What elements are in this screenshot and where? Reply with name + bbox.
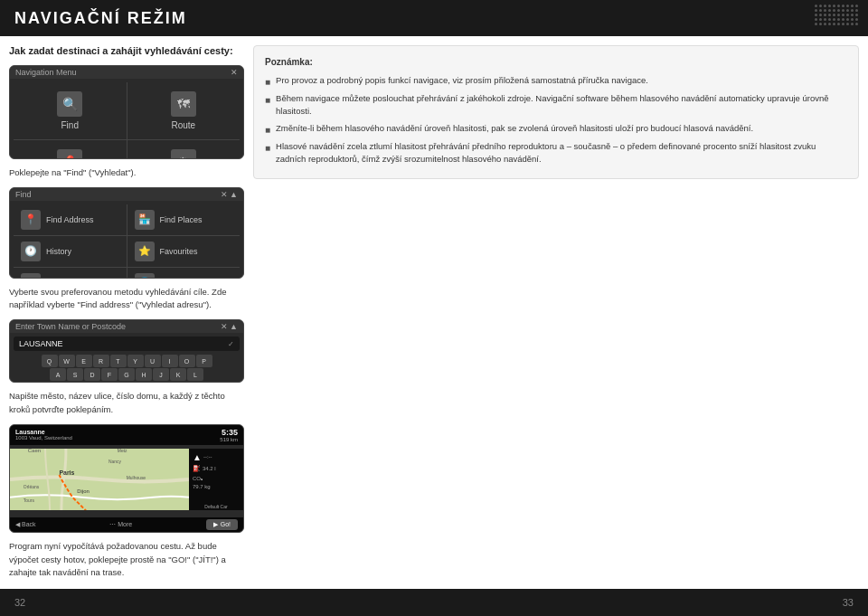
- find-title-bar: Find ✕ ▲: [10, 188, 243, 201]
- key-e[interactable]: E: [76, 355, 92, 367]
- key-o[interactable]: O: [179, 355, 195, 367]
- nav-cell-route[interactable]: 🗺 Route: [127, 82, 241, 139]
- key-g[interactable]: G: [118, 368, 135, 381]
- history-icon: 🕐: [21, 242, 41, 261]
- find-menu-controls: ✕ ▲: [221, 190, 238, 199]
- map-back-button[interactable]: ◀ Back: [15, 521, 36, 528]
- coordinate-icon: 🌐: [135, 273, 155, 279]
- key-q[interactable]: Q: [42, 355, 58, 367]
- note-item-2: ■ Během navigace můžete poslouchat přehr…: [265, 92, 847, 118]
- key-s[interactable]: S: [67, 368, 83, 381]
- note-box: Poznámka: ■ Pro provoz a podrobný popis …: [253, 45, 859, 179]
- find-places-icon: 🏪: [135, 210, 155, 230]
- map-detail-co2: CO₂: [193, 475, 240, 481]
- map-address-block: Lausanne 1003 Vaud, Switzerland: [15, 429, 72, 441]
- keyboard-row-1: Q W E R T Y U I O P: [14, 355, 240, 367]
- history-label: History: [46, 247, 71, 256]
- header-decoration: [815, 5, 859, 26]
- page-header: NAVIGAČNÍ REŽIM: [0, 0, 868, 36]
- keyboard-title: Enter Town Name or Postcode: [15, 322, 126, 331]
- favourites-label: Favourites: [160, 247, 198, 256]
- map-detail-arrows: ▲ --:--: [193, 452, 240, 462]
- find-coordinate-cell[interactable]: 🌐 Coordinate: [127, 268, 241, 279]
- key-d[interactable]: D: [84, 368, 100, 381]
- svg-text:Orléans: Orléans: [24, 485, 40, 489]
- find-on-map-icon: 🗺: [21, 273, 41, 279]
- keyboard-row-2: A S D F G H J K L: [14, 368, 240, 381]
- nav-cell-showmap[interactable]: 📍 Show Map: [14, 140, 127, 159]
- note-text-4: Hlasové navádění zcela ztlumí hlasitost …: [276, 140, 847, 166]
- nav-find-label: Find: [61, 120, 79, 130]
- map-detail-panel: ▲ --:-- ⛽ 34.2 l CO₂ 79.7 kg Default Car: [189, 449, 243, 510]
- key-x[interactable]: X: [42, 382, 59, 383]
- key-u[interactable]: U: [145, 355, 161, 367]
- key-l[interactable]: L: [187, 368, 203, 381]
- map-fuel: 34.2 l: [203, 466, 216, 471]
- main-content: Jak zadat destinaci a zahájit vyhledáván…: [0, 36, 868, 589]
- note-bullet-1: ■: [265, 75, 270, 89]
- find-places-cell[interactable]: 🏪 Find Places: [127, 204, 241, 235]
- map-visual: Caen Paris Metz Nancy Orléans Tours Dijo…: [10, 449, 189, 510]
- find-menu-screenshot: Find ✕ ▲ 📍 Find Address 🏪 Find Places 🕐 …: [9, 187, 244, 279]
- route-icon: 🗺: [171, 91, 196, 117]
- page-number-left: 32: [14, 597, 25, 608]
- map-bottom-bar: ◀ Back ⋯ More ▶ Go!: [10, 517, 243, 532]
- map-distance: 519 km: [220, 437, 238, 442]
- map-go-button[interactable]: ▶ Go!: [206, 519, 238, 530]
- svg-text:Metz: Metz: [118, 449, 127, 453]
- nav-cell-find[interactable]: 🔍 Find: [14, 82, 127, 139]
- key-b[interactable]: B: [149, 382, 165, 383]
- svg-text:Tours: Tours: [24, 498, 35, 503]
- svg-text:Dijon: Dijon: [77, 488, 90, 494]
- note-title: Poznámka:: [265, 55, 847, 69]
- keyboard-rows: Q W E R T Y U I O P A S D F G H: [14, 355, 240, 383]
- settings-icon: ⚙: [171, 149, 196, 159]
- note-bullet-3: ■: [265, 123, 270, 137]
- map-city: Lausanne: [15, 429, 72, 435]
- keyboard-controls: ✕ ▲: [221, 322, 238, 331]
- nav-title-bar: Navigation Menu ✕: [10, 66, 243, 79]
- key-n[interactable]: N: [166, 382, 183, 383]
- right-column: Poznámka: ■ Pro provoz a podrobný popis …: [253, 45, 859, 580]
- map-more-button[interactable]: ⋯ More: [109, 521, 132, 528]
- key-k[interactable]: K: [170, 368, 186, 381]
- svg-text:Caen: Caen: [28, 449, 41, 453]
- note-bullet-4: ■: [265, 141, 270, 155]
- map-detail-weight: 79.7 kg: [193, 484, 240, 489]
- nav-cell-settings[interactable]: ⚙ Settings: [127, 140, 241, 159]
- key-c[interactable]: C: [60, 382, 76, 383]
- svg-text:Paris: Paris: [59, 469, 74, 476]
- find-menu-grid: 📍 Find Address 🏪 Find Places 🕐 History ⭐…: [14, 204, 240, 279]
- find-history-cell[interactable]: 🕐 History: [14, 236, 127, 267]
- find-on-map-cell[interactable]: 🗺 Find on Map: [14, 268, 127, 279]
- key-r[interactable]: R: [93, 355, 109, 367]
- key-p[interactable]: P: [196, 355, 212, 367]
- nav-menu-screenshot: Navigation Menu ✕ 🔍 Find 🗺 Route 📍 Show …: [9, 65, 244, 159]
- key-a[interactable]: A: [50, 368, 66, 381]
- keyboard-title-bar: Enter Town Name or Postcode ✕ ▲: [10, 320, 243, 333]
- find-address-cell[interactable]: 📍 Find Address: [14, 204, 127, 235]
- key-123[interactable]: 123: [201, 382, 228, 383]
- key-z[interactable]: Z: [25, 382, 42, 383]
- key-m[interactable]: M: [184, 382, 200, 383]
- note-item-1: ■ Pro provoz a podrobný popis funkcí nav…: [265, 74, 847, 89]
- nav-menu-title: Navigation Menu: [15, 68, 77, 77]
- find-places-label: Find Places: [160, 215, 203, 224]
- nav-route-label: Route: [171, 120, 195, 130]
- map-weight: 79.7 kg: [193, 484, 211, 489]
- key-j[interactable]: J: [153, 368, 169, 381]
- step2-text: Vyberte svou preferovanou metodu vyhledá…: [9, 286, 244, 312]
- find-favourites-cell[interactable]: ⭐ Favourites: [127, 236, 241, 267]
- note-text-2: Během navigace můžete poslouchat přehráv…: [276, 92, 847, 118]
- key-space[interactable]: [94, 382, 148, 383]
- key-t[interactable]: T: [110, 355, 127, 367]
- key-w[interactable]: W: [59, 355, 75, 367]
- key-v[interactable]: V: [77, 382, 93, 383]
- key-h[interactable]: H: [136, 368, 152, 381]
- header-title: NAVIGAČNÍ REŽIM: [14, 9, 187, 28]
- key-i[interactable]: I: [162, 355, 178, 367]
- key-f[interactable]: F: [101, 368, 118, 381]
- keyboard-input-value: LAUSANNE: [19, 339, 63, 348]
- intro-text: Jak zadat destinaci a zahájit vyhledáván…: [9, 45, 244, 56]
- key-y[interactable]: Y: [127, 355, 144, 367]
